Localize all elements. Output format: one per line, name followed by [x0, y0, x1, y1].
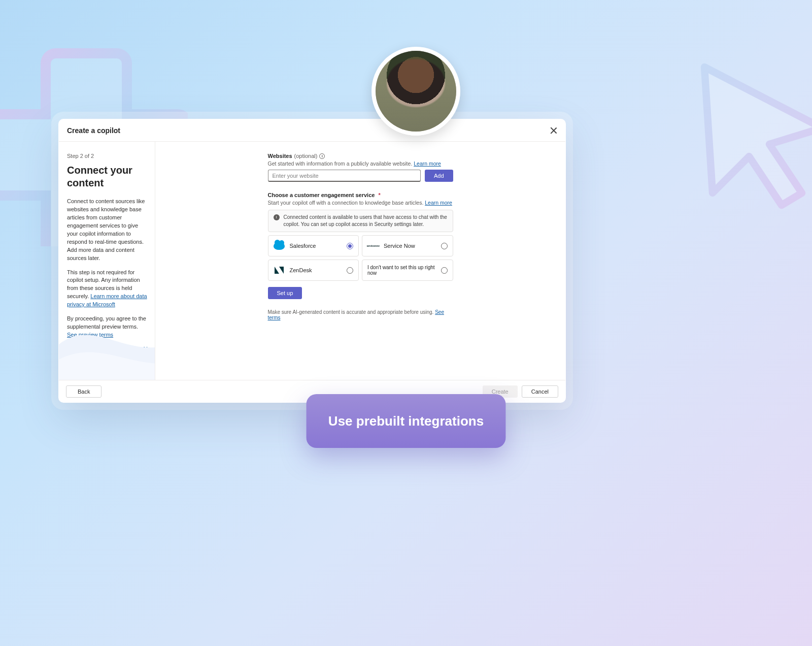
window-body: Step 2 of 2 Connect your content Connect… [59, 142, 565, 380]
copilot-wizard-window: Create a copilot Step 2 of 2 Connect you… [58, 119, 566, 403]
preview-terms-link[interactable]: See preview terms [67, 332, 113, 338]
service-option-servicenow[interactable]: servicenow Service Now [362, 235, 453, 256]
service-option-label: Salesforce [290, 243, 342, 249]
service-label: Choose a customer engagement service * [268, 192, 453, 198]
info-icon[interactable]: i [319, 153, 325, 159]
radio-unselected-icon [441, 267, 448, 274]
required-asterisk: * [378, 192, 380, 198]
back-button[interactable]: Back [66, 385, 101, 398]
wizard-main: Websites (optional) i Get started with i… [155, 142, 565, 380]
decorative-cursor-shape [680, 51, 812, 213]
cta-banner: Use prebuilt integrations [307, 394, 506, 448]
radio-unselected-icon [347, 267, 353, 274]
cancel-button[interactable]: Cancel [522, 385, 558, 398]
website-input[interactable] [268, 170, 421, 182]
websites-label: Websites (optional) i [268, 153, 453, 159]
wizard-sidebar: Step 2 of 2 Connect your content Connect… [59, 142, 155, 380]
window-header: Create a copilot [59, 119, 565, 142]
websites-help: Get started with information from a publ… [268, 160, 453, 167]
service-option-salesforce[interactable]: Salesforce [268, 235, 359, 256]
info-icon: i [274, 214, 280, 220]
salesforce-icon [274, 240, 285, 251]
service-help: Start your copilot off with a connection… [268, 200, 453, 206]
sidebar-para-2: This step is not required for copilot se… [67, 269, 149, 309]
add-website-button[interactable]: Add [425, 170, 453, 182]
sidebar-para-4: Learn more about responsible AI at Micro… [67, 345, 149, 362]
step-indicator: Step 2 of 2 [67, 153, 149, 159]
websites-learn-more-link[interactable]: Learn more [414, 160, 441, 167]
responsible-ai-link[interactable]: Learn more about responsible AI at Micro… [67, 346, 148, 360]
service-learn-more-link[interactable]: Learn more [425, 200, 452, 206]
setup-button[interactable]: Set up [268, 287, 302, 299]
avatar [371, 47, 460, 136]
info-banner: i Connected content is available to user… [268, 210, 453, 232]
zendesk-icon [274, 265, 285, 276]
service-option-zendesk[interactable]: ZenDesk [268, 260, 359, 281]
cta-label: Use prebuilt integrations [328, 413, 484, 429]
ai-terms-text: Make sure AI-generated content is accura… [268, 309, 453, 320]
window-title: Create a copilot [67, 126, 120, 135]
service-option-none[interactable]: I don't want to set this up right now [362, 260, 453, 281]
service-options: Salesforce servicenow Service Now ZenDes… [268, 235, 453, 281]
sidebar-para-3: By proceeding, you agree to the suppleme… [67, 315, 149, 339]
close-icon[interactable] [550, 127, 557, 134]
service-option-label: I don't want to set this up right now [367, 265, 436, 276]
service-option-label: ZenDesk [290, 267, 342, 273]
info-banner-text: Connected content is available to users … [284, 214, 448, 228]
servicenow-icon: servicenow [367, 240, 379, 251]
radio-selected-icon [347, 243, 353, 249]
sidebar-para-1: Connect to content sources like websites… [67, 198, 149, 263]
radio-unselected-icon [441, 243, 448, 249]
sidebar-heading: Connect your content [67, 164, 149, 189]
service-option-label: Service Now [384, 243, 436, 249]
